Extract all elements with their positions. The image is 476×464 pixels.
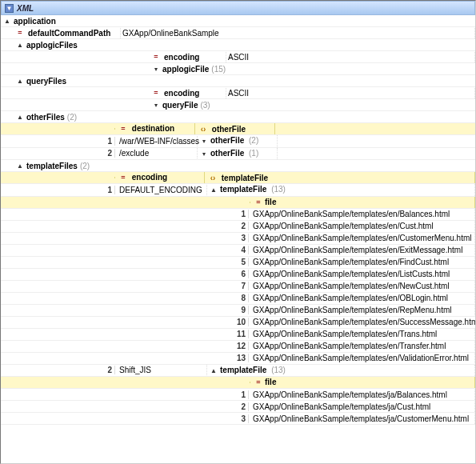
node-query-encoding[interactable]: = encoding ASCII: [1, 87, 475, 99]
file-path: GXApp/OnlineBankSample/templates/en/Cust…: [253, 234, 471, 242]
file-row[interactable]: 6GXApp/OnlineBankSample/templates/en/Lis…: [1, 269, 475, 281]
file-path: GXApp/OnlineBankSample/templates/ja/Cust…: [253, 414, 469, 423]
file-path: GXApp/OnlineBankSample/templates/en/Exit…: [253, 246, 462, 254]
row-number: 2: [234, 222, 249, 230]
expand-icon[interactable]: ▲: [2, 16, 12, 26]
template-group-row[interactable]: 1DEFAULT_ENCODING▲templateFile (13): [1, 184, 475, 197]
file-path: GXApp/OnlineBankSample/templates/en/Tran…: [253, 330, 437, 338]
dropdown-icon[interactable]: ▾: [199, 149, 209, 158]
file-row[interactable]: 7GXApp/OnlineBankSample/templates/en/New…: [1, 281, 475, 293]
expand-icon[interactable]: ▲: [15, 40, 25, 50]
file-path: GXApp/OnlineBankSample/templates/en/List…: [253, 270, 450, 278]
node-query-files[interactable]: ▲ queryFiles: [1, 75, 475, 87]
node-applogic-encoding[interactable]: = encoding ASCII: [1, 51, 475, 63]
row-number: 6: [234, 270, 249, 278]
file-path: GXApp/OnlineBankSample/templates/en/Cust…: [253, 222, 434, 230]
file-path: GXApp/OnlineBankSample/templates/ja/Bala…: [253, 390, 447, 399]
expand-icon[interactable]: ▲: [209, 186, 218, 195]
row-number: 7: [234, 282, 249, 290]
file-row[interactable]: 4GXApp/OnlineBankSample/templates/en/Exi…: [1, 245, 475, 257]
encoding-value: Shift_JIS: [119, 366, 151, 374]
row-number: 10: [234, 318, 249, 326]
file-path: GXApp/OnlineBankSample/templates/en/OBLo…: [253, 294, 448, 302]
row-number: 2: [101, 149, 115, 158]
file-path: GXApp/OnlineBankSample/templates/en/Find…: [253, 258, 449, 266]
row-number: 1: [101, 137, 115, 146]
dropdown-icon[interactable]: ▾: [199, 137, 209, 146]
attr-icon: =: [151, 52, 161, 62]
other-files-row[interactable]: 2/exclude▾otherFile (1): [1, 148, 475, 161]
file-row[interactable]: 3GXApp/OnlineBankSample/templates/ja/Cus…: [1, 413, 475, 425]
row-number: 4: [234, 246, 249, 254]
other-file-label: otherFile: [210, 149, 244, 158]
expand-icon[interactable]: ▲: [15, 76, 25, 86]
file-row[interactable]: 11GXApp/OnlineBankSample/templates/en/Tr…: [1, 329, 475, 341]
file-path: GXApp/OnlineBankSample/templates/ja/Cust…: [253, 402, 430, 411]
other-files-row[interactable]: 1/war/WEB-INF/classes▾otherFile (2): [1, 135, 475, 148]
title-text: XML: [17, 4, 34, 13]
file-path: GXApp/OnlineBankSample/templates/en/Bala…: [253, 210, 450, 218]
attr-icon: =: [118, 173, 128, 182]
destination-value: /exclude: [119, 149, 149, 158]
node-query-file[interactable]: ▾ queryFile (3): [1, 99, 475, 111]
node-application[interactable]: ▲ application: [1, 15, 475, 27]
file-path: GXApp/OnlineBankSample/templates/en/Succ…: [253, 318, 476, 326]
file-header: =file: [1, 377, 475, 389]
file-row[interactable]: 10GXApp/OnlineBankSample/templates/en/Su…: [1, 317, 475, 329]
row-number: 5: [234, 258, 249, 266]
destination-value: /war/WEB-INF/classes: [119, 137, 199, 146]
file-path: GXApp/OnlineBankSample/templates/en/Vali…: [253, 354, 469, 362]
file-header: =file: [1, 197, 475, 209]
expand-icon[interactable]: ▲: [209, 366, 218, 375]
row-number: 9: [234, 306, 249, 314]
row-number: 3: [234, 234, 249, 242]
file-header-label: file: [265, 198, 276, 206]
file-row[interactable]: 13GXApp/OnlineBankSample/templates/en/Va…: [1, 353, 475, 365]
file-path: GXApp/OnlineBankSample/templates/en/RepM…: [253, 306, 451, 314]
attr-icon: =: [254, 198, 263, 207]
file-row[interactable]: 2GXApp/OnlineBankSample/templates/ja/Cus…: [1, 401, 475, 413]
encoding-value: DEFAULT_ENCODING: [119, 186, 202, 194]
xml-tree: ▲ application = defaultCommandPath GXApp…: [1, 15, 475, 425]
file-row[interactable]: 5GXApp/OnlineBankSample/templates/en/Fin…: [1, 257, 475, 269]
template-files-header: = encoding ‹› templateFile: [1, 172, 475, 184]
row-number: 8: [234, 294, 249, 302]
row-number: 11: [234, 330, 249, 338]
file-path: GXApp/OnlineBankSample/templates/en/Tran…: [253, 342, 446, 350]
template-group-row[interactable]: 2Shift_JIS▲templateFile (13): [1, 365, 475, 378]
file-row[interactable]: 1GXApp/OnlineBankSample/templates/en/Bal…: [1, 209, 475, 221]
other-files-header: = destination ‹› otherFile: [1, 123, 475, 135]
file-header-label: file: [265, 378, 276, 386]
row-number: 12: [234, 342, 249, 350]
row-number: 1: [101, 186, 115, 194]
row-number: 1: [234, 210, 249, 218]
file-row[interactable]: 1GXApp/OnlineBankSample/templates/ja/Bal…: [1, 389, 475, 401]
file-row[interactable]: 3GXApp/OnlineBankSample/templates/en/Cus…: [1, 233, 475, 245]
dropdown-icon[interactable]: ▾: [151, 100, 161, 110]
row-number: 13: [234, 354, 249, 362]
attr-icon: =: [118, 124, 128, 134]
node-default-command-path[interactable]: = defaultCommandPath GXApp/OnlineBankSam…: [1, 27, 475, 39]
file-row[interactable]: 2GXApp/OnlineBankSample/templates/en/Cus…: [1, 221, 475, 233]
dropdown-icon[interactable]: ▾: [151, 64, 161, 74]
row-number: 1: [234, 390, 249, 399]
element-icon: ‹›: [208, 173, 218, 182]
file-row[interactable]: 12GXApp/OnlineBankSample/templates/en/Tr…: [1, 341, 475, 353]
expand-icon[interactable]: ▲: [15, 112, 25, 122]
expand-icon[interactable]: ▲: [15, 161, 25, 170]
file-path: GXApp/OnlineBankSample/templates/en/NewC…: [253, 282, 450, 290]
file-row[interactable]: 9GXApp/OnlineBankSample/templates/en/Rep…: [1, 305, 475, 317]
file-row[interactable]: 8GXApp/OnlineBankSample/templates/en/OBL…: [1, 293, 475, 305]
attr-icon: =: [254, 378, 263, 387]
node-applogic-file[interactable]: ▾ applogicFile (15): [1, 63, 475, 75]
other-file-label: otherFile: [210, 136, 244, 145]
attr-icon: =: [15, 28, 25, 38]
row-number: 3: [234, 414, 249, 423]
collapse-all-icon[interactable]: ▼: [5, 4, 14, 13]
node-template-files[interactable]: ▲ templateFiles (2): [1, 160, 475, 172]
row-number: 2: [101, 366, 115, 374]
node-other-files[interactable]: ▲ otherFiles (2): [1, 111, 475, 123]
attr-icon: =: [151, 88, 161, 98]
row-number: 2: [234, 402, 249, 411]
node-applogic-files[interactable]: ▲ applogicFiles: [1, 39, 475, 51]
